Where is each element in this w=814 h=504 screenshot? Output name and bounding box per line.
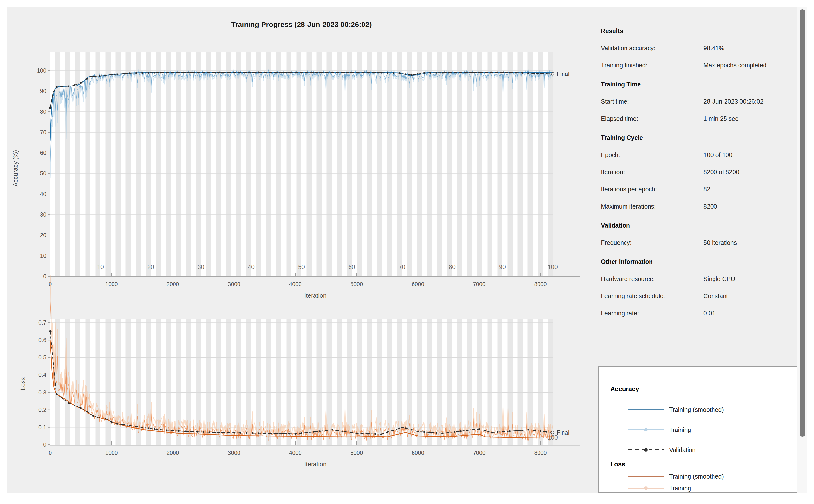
acc-smoothed-swatch-graphic (628, 407, 664, 413)
validation-marker (245, 72, 247, 73)
validation-marker (442, 72, 443, 73)
epoch-stripe (498, 52, 503, 276)
accuracy-plot: 102030405060708090100Final01000200030004… (12, 52, 581, 299)
validation-marker (160, 72, 161, 73)
epoch-stripe (327, 52, 332, 276)
validation-legend-swatch (628, 447, 664, 453)
validation-marker (233, 432, 235, 434)
epoch-stripe (337, 52, 342, 276)
epoch-stripe (397, 319, 402, 445)
epoch-stripe (126, 52, 131, 276)
epoch-stripe (357, 52, 362, 276)
validation-marker (160, 429, 161, 430)
validation-marker (111, 74, 112, 75)
validation-marker (521, 430, 523, 431)
validation-marker (350, 432, 351, 433)
validation-marker (129, 72, 131, 74)
validation-marker (92, 415, 94, 417)
validation-marker (350, 72, 351, 73)
epoch-stripe (317, 52, 322, 276)
x-tick-label: 7000 (473, 281, 485, 287)
info-row-value: 8200 (704, 202, 717, 210)
validation-marker (454, 72, 456, 73)
validation-marker (386, 431, 388, 433)
validation-marker (343, 72, 345, 73)
epoch-stripe (226, 52, 231, 276)
epoch-stripe (528, 52, 533, 276)
validation-marker (479, 72, 480, 73)
epoch-stripe (347, 52, 352, 276)
validation-marker (374, 433, 376, 435)
epoch-stripe (286, 52, 292, 276)
validation-marker (172, 72, 173, 73)
epoch-stripe (236, 52, 241, 276)
epoch-label: 70 (398, 263, 405, 270)
info-section-header: Validation (601, 221, 630, 230)
validation-marker (184, 72, 186, 73)
validation-marker (252, 432, 253, 434)
epoch-stripe (518, 52, 523, 276)
info-row-label: Validation accuracy: (601, 44, 655, 52)
validation-marker (436, 72, 437, 74)
epoch-stripe (146, 319, 151, 445)
legend-item-label: Validation (669, 446, 696, 454)
validation-marker (331, 429, 333, 430)
validation-marker (325, 430, 327, 431)
validation-swatch-graphic (628, 447, 664, 453)
info-row-value: 1 min 25 sec (704, 114, 738, 123)
epoch-stripe (216, 52, 221, 276)
validation-marker (374, 72, 376, 73)
x-axis-line (50, 276, 581, 277)
scrollbar-thumb[interactable] (800, 9, 805, 437)
validation-marker (190, 72, 192, 73)
y-tick-label: 0 (43, 442, 46, 448)
validation-marker (135, 426, 137, 427)
validation-marker (546, 431, 547, 432)
info-section-header: Results (601, 27, 623, 35)
validation-marker (356, 433, 357, 434)
epoch-stripe (116, 52, 121, 276)
validation-marker (405, 73, 406, 75)
validation-marker (221, 72, 222, 73)
validation-marker (270, 433, 271, 434)
validation-marker (430, 432, 431, 433)
validation-marker (105, 75, 106, 76)
validation-marker (56, 393, 57, 395)
epoch-stripe (397, 52, 402, 276)
info-row-value: 98.41% (704, 44, 724, 52)
validation-marker (282, 433, 284, 434)
x-tick-label: 4000 (289, 281, 301, 287)
validation-marker (301, 72, 302, 73)
validation-marker (209, 431, 210, 433)
validation-marker (515, 430, 517, 431)
validation-marker (307, 432, 308, 433)
validation-marker (540, 430, 541, 432)
epoch-label: 50 (298, 263, 305, 270)
validation-marker (80, 407, 82, 409)
validation-marker (203, 431, 204, 433)
validation-marker (319, 430, 320, 432)
y-tick-label: 50 (40, 170, 46, 177)
validation-marker (178, 430, 180, 432)
validation-marker (215, 72, 216, 73)
epoch-stripe (518, 319, 523, 445)
validation-marker (68, 402, 69, 404)
epoch-stripe (96, 319, 101, 445)
final-marker (551, 431, 554, 434)
x-tick-label: 8000 (534, 450, 547, 456)
validation-marker (98, 417, 100, 418)
legend-item-label: Training (669, 484, 691, 492)
epoch-label: 90 (499, 263, 506, 270)
info-row-label: Learning rate schedule: (601, 292, 665, 300)
validation-marker (264, 433, 265, 434)
validation-marker (258, 72, 259, 73)
validation-marker (417, 431, 419, 432)
validation-marker (497, 431, 498, 433)
validation-marker (98, 75, 100, 77)
validation-marker (147, 427, 149, 429)
validation-marker (319, 72, 320, 73)
validation-marker (337, 430, 339, 431)
epoch-stripe (317, 319, 322, 445)
validation-marker (503, 72, 505, 73)
validation-marker (111, 421, 112, 423)
